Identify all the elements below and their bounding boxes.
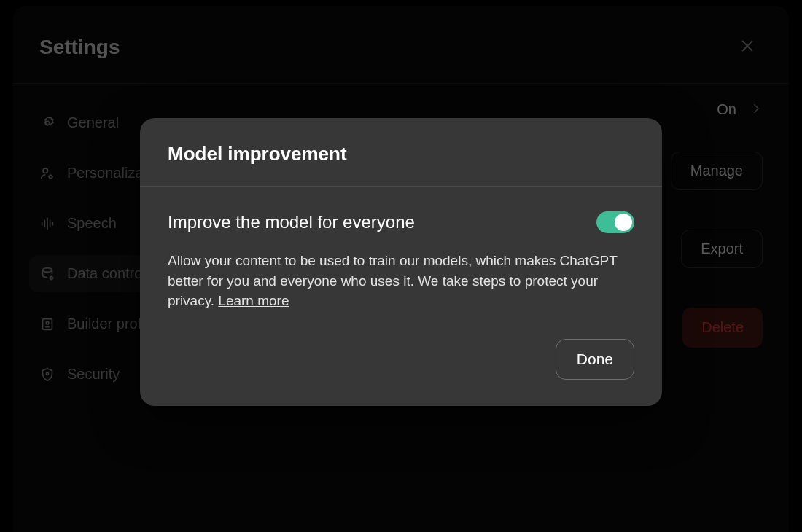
- toggle-knob: [615, 214, 632, 231]
- modal-description: Allow your content to be used to train o…: [168, 251, 634, 311]
- modal-body: Improve the model for everyone Allow you…: [140, 187, 662, 332]
- modal-footer: Done: [140, 332, 662, 406]
- improve-model-toggle[interactable]: [596, 211, 634, 233]
- done-button[interactable]: Done: [556, 339, 634, 380]
- improve-model-toggle-row: Improve the model for everyone: [168, 211, 634, 233]
- modal-overlay[interactable]: Model improvement Improve the model for …: [0, 0, 802, 532]
- model-improvement-modal: Model improvement Improve the model for …: [140, 118, 662, 406]
- learn-more-link[interactable]: Learn more: [218, 293, 289, 308]
- toggle-label: Improve the model for everyone: [168, 212, 415, 232]
- modal-title: Model improvement: [168, 143, 634, 165]
- modal-header: Model improvement: [140, 118, 662, 187]
